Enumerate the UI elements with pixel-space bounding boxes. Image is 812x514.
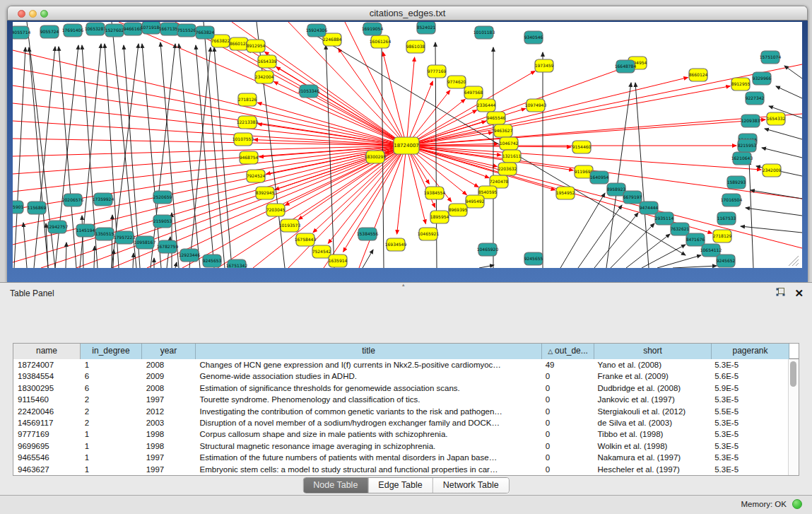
graph-node-teal[interactable]: 1589293 (727, 176, 746, 189)
graph-node-teal[interactable]: 8524021 (417, 22, 436, 34)
graph-node-teal[interactable]: 16210643 (731, 152, 753, 165)
citation-edge-black[interactable] (635, 83, 649, 268)
citation-edge-black[interactable] (29, 47, 48, 268)
graph-node-teal[interactable]: 10653287 (85, 23, 107, 35)
graph-node-teal[interactable]: 12923446 (179, 249, 201, 262)
table-row[interactable]: 946362711997Embryonic stem cells: a mode… (13, 464, 788, 475)
citation-edge-black[interactable] (746, 208, 802, 216)
citation-edge-black[interactable] (749, 160, 753, 268)
graph-node-teal[interactable]: 16919054 (362, 23, 384, 35)
citation-edge-red[interactable] (13, 50, 406, 146)
table-row[interactable]: 1938455462009Genome-wide association stu… (13, 370, 788, 382)
graph-node-teal[interactable]: 9245652 (717, 255, 736, 267)
citation-edge-red[interactable] (13, 146, 406, 156)
table-row[interactable]: 969969511998Structural magnetic resonanc… (13, 440, 788, 452)
tab-edge-table[interactable]: Edge Table (368, 478, 433, 493)
graph-node-teal[interactable]: 17957223 (114, 231, 136, 244)
graph-node-teal[interactable]: 16782759 (157, 240, 179, 253)
graph-node-teal[interactable]: 7515526 (177, 24, 196, 37)
graph-node-yellow[interactable]: 2718129 (713, 230, 732, 243)
graph-node-yellow[interactable]: 1046742 (500, 137, 519, 150)
table-scrollbar[interactable] (788, 359, 799, 475)
graph-node-teal[interactable]: 2159053 (153, 215, 172, 228)
split-divider-handle[interactable]: ▴ (402, 284, 408, 287)
column-header-in_degree[interactable]: in_degree (81, 344, 142, 359)
column-header-title[interactable]: title (196, 344, 542, 359)
scrollbar-thumb[interactable] (790, 361, 796, 387)
graph-node-yellow[interactable]: 9154460 (572, 141, 592, 153)
graph-node-yellow[interactable]: 7203045 (266, 204, 286, 216)
column-header-name[interactable]: name (13, 344, 81, 359)
graph-node-yellow[interactable]: 9774620 (447, 76, 466, 88)
table-row[interactable]: 2242004622012Investigating the contribut… (13, 406, 788, 417)
graph-node-teal[interactable]: 17359924 (93, 193, 114, 206)
graph-node-yellow[interactable]: 16758443 (295, 233, 317, 246)
citation-edge-black[interactable] (762, 148, 802, 158)
graph-node-teal[interactable]: 9474444 (640, 201, 659, 214)
graph-node-yellow[interactable]: 18300295 (365, 151, 387, 163)
table-row[interactable]: 911546021997Tourette syndrome. Phenomeno… (13, 394, 788, 405)
citation-edge-black[interactable] (14, 47, 25, 268)
citation-edge-black[interactable] (751, 190, 802, 199)
graph-node-yellow[interactable]: 8660128 (230, 37, 249, 50)
tab-network-table[interactable]: Network Table (433, 478, 509, 493)
citation-edge-black[interactable] (326, 45, 334, 268)
graph-node-yellow[interactable]: 7924524 (247, 170, 266, 182)
graph-node-yellow[interactable]: 9465546 (487, 112, 506, 124)
graph-node-teal[interactable]: 9245655 (524, 252, 543, 265)
citation-edge-black[interactable] (204, 22, 225, 268)
column-header-year[interactable]: year (142, 344, 196, 359)
graph-node-yellow[interactable]: 8969395 (449, 204, 468, 216)
table-row[interactable]: 946554611997Estimation of the future num… (13, 452, 788, 463)
graph-node-yellow[interactable]: 1321611 (502, 150, 522, 163)
citation-edge-red[interactable] (13, 146, 406, 174)
column-header-pagerank[interactable]: pagerank (712, 344, 789, 359)
graph-node-yellow[interactable]: 16061264 (370, 35, 392, 48)
graph-node-teal[interactable]: 1350515 (95, 228, 114, 240)
graph-node-teal[interactable]: 9340546 (524, 31, 543, 44)
citation-edge-red[interactable] (13, 146, 406, 192)
graph-node-teal[interactable]: 9329966 (753, 72, 772, 85)
graph-node-yellow[interactable]: 10974943 (525, 99, 547, 112)
graph-node-teal[interactable]: 1209383 (741, 115, 760, 127)
citation-edge-black[interactable] (560, 193, 605, 268)
network-canvas[interactable]: 7663822866012889129541654339234200427181… (13, 22, 802, 268)
graph-node-teal[interactable]: 7663824 (196, 26, 215, 39)
graph-node-teal[interactable]: 7632621 (671, 223, 690, 235)
citation-edge-black[interactable] (784, 66, 802, 78)
graph-node-teal[interactable]: 8471676 (686, 233, 705, 246)
network-window-titlebar[interactable]: citations_edges.txt (7, 6, 808, 21)
table-row[interactable]: 1456911722003Disruption of a novel membe… (13, 417, 788, 428)
graph-node-teal[interactable]: 12942757 (47, 221, 69, 233)
graph-node-teal[interactable]: 10465920 (477, 243, 499, 256)
citation-edge-red[interactable] (406, 81, 433, 146)
column-header-out_de[interactable]: △out_de... (542, 344, 594, 359)
graph-node-yellow[interactable]: 10465921 (418, 228, 440, 240)
graph-node-teal[interactable]: 1156869 (28, 201, 47, 214)
graph-node-teal[interactable]: 15751074 (760, 51, 782, 64)
table-row[interactable]: 977716911998Corpus callosum shape and si… (13, 428, 788, 440)
graph-node-yellow[interactable]: 8912954 (247, 40, 266, 52)
graph-node-teal[interactable]: 17016504 (721, 194, 743, 206)
graph-node-yellow[interactable]: 1895954 (430, 211, 449, 223)
graph-node-yellow[interactable]: 7524542 (312, 245, 331, 258)
citation-edge-red[interactable] (406, 71, 535, 146)
graph-node-yellow[interactable]: 6497568 (464, 86, 483, 99)
graph-node-yellow[interactable]: 9468754 (240, 151, 259, 164)
citation-edge-black[interactable] (189, 47, 211, 268)
graph-node-teal[interactable]: 3915901 (13, 201, 24, 214)
graph-node-yellow[interactable]: 1654332 (767, 112, 786, 125)
graph-node-yellow[interactable]: 9495492 (466, 195, 485, 208)
citation-edge-black[interactable] (657, 255, 701, 268)
graph-node-yellow[interactable]: 8660124 (689, 69, 708, 81)
citation-edge-black[interactable] (142, 44, 161, 268)
citation-edge-red[interactable] (406, 86, 730, 146)
graph-node-yellow[interactable]: 10193573 (279, 219, 301, 232)
citation-edge-black[interactable] (765, 129, 802, 139)
graph-node-teal[interactable]: 2935114 (655, 212, 674, 225)
graph-node-teal[interactable]: 20206576 (62, 194, 84, 206)
tab-node-table[interactable]: Node Table (303, 478, 368, 493)
citation-edge-black[interactable] (479, 265, 494, 268)
citation-edge-black[interactable] (594, 213, 638, 268)
graph-node-yellow[interactable]: 2718126 (238, 93, 257, 106)
